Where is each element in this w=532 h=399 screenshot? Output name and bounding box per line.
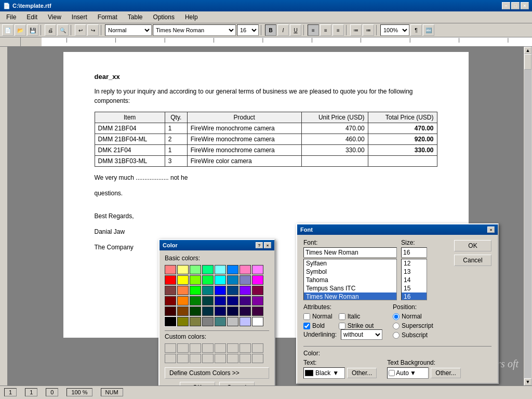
- color-swatch[interactable]: [165, 275, 176, 285]
- preview-button[interactable]: 🔍: [57, 24, 69, 36]
- color-swatch[interactable]: [252, 286, 263, 295]
- color-swatch[interactable]: [227, 296, 238, 305]
- bullets-button[interactable]: ≔: [350, 24, 362, 36]
- font-list-item-selected[interactable]: Times New Roman: [304, 292, 396, 300]
- color-ok-button[interactable]: OK: [180, 382, 215, 385]
- color-swatch[interactable]: [227, 265, 238, 274]
- custom-swatch[interactable]: [252, 343, 263, 353]
- font-list-item[interactable]: Sylfaen: [304, 259, 396, 268]
- scroll-down-button[interactable]: ▼: [524, 378, 531, 385]
- align-center-button[interactable]: ≡: [320, 24, 331, 36]
- font-list-item[interactable]: Tempus Sans ITC: [304, 284, 396, 292]
- font-input[interactable]: [303, 247, 397, 258]
- color-swatch[interactable]: [252, 265, 263, 274]
- save-button[interactable]: 💾: [27, 24, 38, 36]
- menu-options[interactable]: Options: [149, 12, 179, 22]
- color-swatch[interactable]: [165, 265, 176, 274]
- custom-swatch[interactable]: [202, 354, 214, 363]
- color-swatch[interactable]: [240, 317, 251, 326]
- font-cancel-button[interactable]: Cancel: [454, 255, 491, 266]
- text-color-select[interactable]: Black ▼: [303, 367, 345, 379]
- menu-view[interactable]: View: [44, 12, 65, 22]
- size-list-item[interactable]: 13: [402, 268, 427, 276]
- color-swatch[interactable]: [190, 286, 201, 295]
- minimize-button[interactable]: −: [502, 2, 510, 9]
- custom-swatch[interactable]: [252, 354, 263, 363]
- color-swatch[interactable]: [240, 265, 251, 274]
- color-cancel-button[interactable]: Cancel: [219, 382, 255, 385]
- color-swatch[interactable]: [177, 317, 189, 326]
- normal-checkbox[interactable]: [303, 313, 310, 320]
- color-swatch[interactable]: [202, 275, 214, 285]
- color-swatch[interactable]: [215, 296, 226, 305]
- size-list[interactable]: 12 13 14 15 16: [401, 259, 427, 300]
- align-right-button[interactable]: ≡: [332, 24, 344, 36]
- color-swatch[interactable]: [177, 275, 189, 285]
- text-color-other-button[interactable]: Other...: [347, 368, 377, 378]
- color-swatch[interactable]: [190, 265, 201, 274]
- font-list-item[interactable]: Tahoma: [304, 276, 396, 284]
- open-button[interactable]: 📂: [15, 24, 26, 36]
- custom-swatch[interactable]: [227, 354, 238, 363]
- bold-checkbox[interactable]: [303, 323, 310, 329]
- new-button[interactable]: 📄: [2, 24, 14, 36]
- color-swatch[interactable]: [190, 317, 201, 326]
- close-button[interactable]: ×: [521, 2, 529, 9]
- auto-checkbox[interactable]: [389, 370, 395, 376]
- font-dialog-close[interactable]: ×: [487, 227, 495, 233]
- menu-edit[interactable]: Edit: [22, 12, 42, 22]
- color-swatch[interactable]: [165, 286, 176, 295]
- color-swatch[interactable]: [177, 296, 189, 305]
- color-swatch[interactable]: [252, 296, 263, 305]
- color-swatch[interactable]: [215, 286, 226, 295]
- color-swatch[interactable]: [202, 296, 214, 305]
- color-swatch[interactable]: [215, 317, 226, 326]
- font-select[interactable]: Times New Roman: [153, 24, 236, 36]
- redo-button[interactable]: ↪: [87, 24, 99, 36]
- size-list-item[interactable]: 12: [402, 259, 427, 268]
- define-custom-colors-button[interactable]: Define Custom Colors >>: [165, 367, 269, 379]
- pilcrow-button[interactable]: ¶: [410, 24, 422, 36]
- color-swatch[interactable]: [177, 265, 189, 274]
- text-bg-select[interactable]: Auto ▼: [387, 367, 429, 379]
- color-swatch[interactable]: [240, 296, 251, 305]
- color-swatch[interactable]: [240, 275, 251, 285]
- custom-swatch[interactable]: [190, 343, 201, 353]
- font-dialog-title-bar[interactable]: Font ×: [297, 224, 498, 235]
- size-list-item[interactable]: 14: [402, 276, 427, 284]
- color-swatch[interactable]: [215, 307, 226, 316]
- color-swatch[interactable]: [165, 307, 176, 316]
- undo-button[interactable]: ↩: [75, 24, 86, 36]
- superscript-radio[interactable]: [393, 323, 400, 329]
- size-list-item-selected[interactable]: 16: [402, 292, 427, 300]
- color-dialog-close[interactable]: ×: [264, 242, 271, 248]
- color-swatch[interactable]: [252, 317, 263, 326]
- color-swatch[interactable]: [240, 286, 251, 295]
- custom-swatch[interactable]: [165, 354, 176, 363]
- color-swatch[interactable]: [227, 275, 238, 285]
- color-dialog-help[interactable]: ?: [256, 242, 263, 248]
- custom-swatch[interactable]: [227, 343, 238, 353]
- underline-select[interactable]: without: [341, 329, 382, 340]
- print-button[interactable]: 🖨: [45, 24, 56, 36]
- strikeout-checkbox[interactable]: [339, 323, 345, 329]
- color-swatch[interactable]: [240, 307, 251, 316]
- style-select[interactable]: Normal: [105, 24, 152, 36]
- numbering-button[interactable]: ≔: [363, 24, 374, 36]
- size-input[interactable]: [401, 247, 427, 258]
- bold-button[interactable]: B: [265, 24, 276, 36]
- color-swatch[interactable]: [177, 307, 189, 316]
- color-swatch[interactable]: [252, 307, 263, 316]
- custom-swatch[interactable]: [215, 354, 226, 363]
- color-swatch[interactable]: [190, 307, 201, 316]
- color-swatch[interactable]: [202, 317, 214, 326]
- format-marks-button[interactable]: 🔤: [423, 24, 434, 36]
- maximize-button[interactable]: □: [511, 2, 520, 9]
- color-swatch[interactable]: [215, 275, 226, 285]
- color-swatch[interactable]: [252, 275, 263, 285]
- size-list-item[interactable]: 15: [402, 284, 427, 292]
- zoom-select[interactable]: 100%: [380, 24, 409, 36]
- menu-file[interactable]: File: [2, 12, 20, 22]
- menu-format[interactable]: Format: [94, 12, 122, 22]
- text-bg-other-button[interactable]: Other...: [431, 368, 460, 378]
